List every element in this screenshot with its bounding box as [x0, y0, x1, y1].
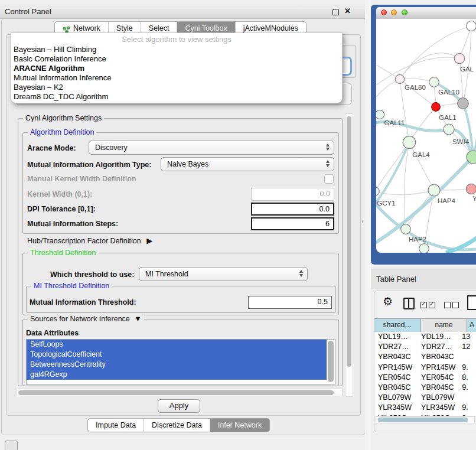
- table-row[interactable]: YPR145WYPR145W9.: [374, 363, 476, 373]
- dropdown-item-dream8[interactable]: Dream8 DC_TDC Algorithm: [11, 92, 342, 102]
- table-panel-title: Table Panel: [376, 275, 416, 283]
- node-gray[interactable]: [458, 98, 469, 109]
- gear-icon[interactable]: ⚙: [383, 295, 393, 308]
- table-row[interactable]: YIL052CYIL052C9.: [374, 413, 476, 416]
- node-hap4[interactable]: [428, 184, 440, 196]
- tab-infer-network[interactable]: Infer Network: [210, 419, 269, 432]
- window-close-button[interactable]: [381, 9, 387, 15]
- horizontal-scrollbar-thumb[interactable]: [18, 390, 334, 395]
- sources-legend[interactable]: Sources for Network Inference ▼: [28, 315, 144, 323]
- network-window-titlebar[interactable]: [376, 7, 476, 19]
- dropdown-item-bayesian-hill-climbing[interactable]: Bayesian – Hill Climbing: [11, 45, 342, 54]
- mi-type-combo[interactable]: Naive Bayes: [161, 157, 334, 171]
- table-panel-body: ⚙ shared… name A YDL19…YDL19…13 YDR27…YD…: [374, 291, 476, 432]
- node-gal4[interactable]: [403, 136, 415, 148]
- column-header-name[interactable]: name: [421, 319, 467, 332]
- settings-horizontal-scrollbar[interactable]: [17, 389, 343, 396]
- manual-kernel-checkbox[interactable]: [324, 174, 334, 184]
- deselect-all-icon[interactable]: [444, 300, 461, 311]
- table-horizontal-scrollbar[interactable]: [376, 416, 475, 423]
- node-gal80[interactable]: [395, 74, 404, 83]
- cyni-settings-legend: Cyni Algorithm Settings: [23, 114, 104, 122]
- list-item-gal4rgexp[interactable]: gal4RGexp: [27, 370, 327, 380]
- table-row[interactable]: YBL079WYBL079W: [374, 393, 476, 403]
- combo-arrows-icon: [326, 160, 330, 167]
- node-gal1-selected-red[interactable]: [432, 103, 441, 112]
- dropdown-item-mutual-information[interactable]: Mutual Information Inference: [11, 73, 342, 83]
- table-row[interactable]: YDL19…YDL19…13: [374, 332, 476, 342]
- splitter-arrow-icon[interactable]: ‹: [361, 217, 364, 224]
- table-row[interactable]: YER054CYER054C8.: [374, 373, 476, 383]
- float-panel-icon[interactable]: [332, 9, 339, 15]
- panel-divider[interactable]: [365, 0, 371, 450]
- dropdown-item-basic-correlation[interactable]: Basic Correlation Inference: [11, 54, 342, 64]
- label-gal: GAL: [460, 66, 474, 73]
- table-panel-header: Table Panel: [371, 269, 476, 289]
- node-gal-partial[interactable]: [454, 53, 464, 63]
- dpi-tolerance-field[interactable]: 0.0: [251, 203, 334, 216]
- node-gcy1[interactable]: [376, 187, 379, 196]
- which-threshold-label: Which threshold to use:: [50, 270, 134, 279]
- node-bottom[interactable]: [419, 244, 429, 253]
- dropdown-item-aracne[interactable]: ARACNE Algorithm: [11, 64, 342, 73]
- algorithm-definition-legend: Algorithm Definition: [28, 128, 96, 136]
- combo-arrows-icon: [326, 144, 330, 151]
- dpi-tolerance-label: DPI Tolerance [0,1]:: [27, 205, 96, 213]
- kernel-width-field[interactable]: 0.0: [251, 188, 334, 201]
- tab-impute-data[interactable]: Impute Data: [88, 419, 144, 432]
- aracne-mode-label: Aracne Mode:: [27, 144, 76, 152]
- combo-arrows-icon: [299, 270, 303, 277]
- mi-type-label: Mutual Information Algorithm Type:: [27, 161, 151, 169]
- label-gal10: GAL10: [438, 89, 459, 96]
- table-row[interactable]: YLR345WYLR345W9.: [374, 403, 476, 413]
- hub-definition-toggle[interactable]: Hub/Transcription Factor Definition ▶: [27, 236, 152, 245]
- dropdown-item-bayesian-k2[interactable]: Bayesian – K2: [11, 83, 342, 92]
- window-minimize-button[interactable]: [391, 9, 397, 15]
- mi-steps-label: Mutual Information Steps:: [27, 220, 118, 228]
- columns-icon[interactable]: [403, 298, 415, 309]
- table-row[interactable]: YBR043CYBR043C: [374, 352, 476, 362]
- aracne-mode-combo[interactable]: Discovery: [89, 141, 334, 155]
- network-graph-icon: [63, 25, 70, 32]
- label-gal1: GAL1: [439, 114, 456, 121]
- kernel-width-label: Kernel Width (0,1):: [27, 190, 92, 198]
- cyni-bottom-tabbar: Impute Data Discretize Data Infer Networ…: [87, 418, 270, 432]
- table-row[interactable]: YBR045CYBR045C9.: [374, 383, 476, 393]
- label-hap2: HAP2: [409, 236, 426, 243]
- list-item-betweennesscentrality[interactable]: BetweennessCentrality: [27, 360, 327, 370]
- node-hap2[interactable]: [401, 224, 411, 234]
- mi-steps-field[interactable]: 6: [251, 217, 334, 230]
- node-unlabeled-top[interactable]: [467, 21, 476, 31]
- window-zoom-button[interactable]: [402, 9, 407, 15]
- table-scrollbar-thumb[interactable]: [378, 418, 468, 422]
- threshold-definition-legend: Threshold Definition: [28, 249, 98, 257]
- tab-discretize-data[interactable]: Discretize Data: [144, 419, 210, 432]
- dropdown-prompt: Select algorithm to view settings: [11, 33, 342, 45]
- list-scrollbar-thumb[interactable]: [328, 341, 334, 382]
- node-pale-green-mid[interactable]: [444, 124, 454, 135]
- apply-button[interactable]: Apply: [158, 399, 200, 413]
- column-header-shared-name[interactable]: shared…: [374, 319, 421, 332]
- mi-threshold-field[interactable]: 0.5: [248, 296, 332, 309]
- node-gal11[interactable]: [376, 110, 384, 119]
- column-header-partial[interactable]: A: [467, 319, 476, 332]
- label-y-partial: Y: [472, 195, 476, 202]
- close-panel-icon[interactable]: ✕: [344, 6, 351, 15]
- network-view-window: GAL GAL80 GAL10 GAL1 GAL11 SWI4 GAL4 HAP…: [371, 5, 476, 265]
- network-canvas[interactable]: GAL GAL80 GAL10 GAL1 GAL11 SWI4 GAL4 HAP…: [376, 19, 476, 253]
- settings-vertical-scrollbar[interactable]: [345, 113, 353, 397]
- which-threshold-combo[interactable]: MI Threshold: [139, 267, 308, 281]
- vertical-scrollbar-thumb[interactable]: [347, 116, 351, 367]
- list-item-selfloops[interactable]: SelfLoops: [27, 340, 327, 350]
- data-attributes-list: SelfLoops TopologicalCoefficient Between…: [26, 339, 335, 385]
- node-salmon[interactable]: [466, 184, 476, 194]
- node-gal10[interactable]: [429, 77, 439, 87]
- select-all-icon[interactable]: [420, 300, 437, 311]
- export-table-icon[interactable]: [467, 295, 476, 310]
- list-item-topologicalcoefficient[interactable]: TopologicalCoefficient: [27, 350, 327, 360]
- node-swi4[interactable]: [467, 151, 476, 164]
- label-gal11: GAL11: [384, 119, 405, 126]
- manual-kernel-label: Manual Kernel Width Definition: [27, 175, 136, 183]
- collapsed-panel-icon[interactable]: [5, 441, 18, 450]
- table-row[interactable]: YDR27…YDR27…12: [374, 342, 476, 352]
